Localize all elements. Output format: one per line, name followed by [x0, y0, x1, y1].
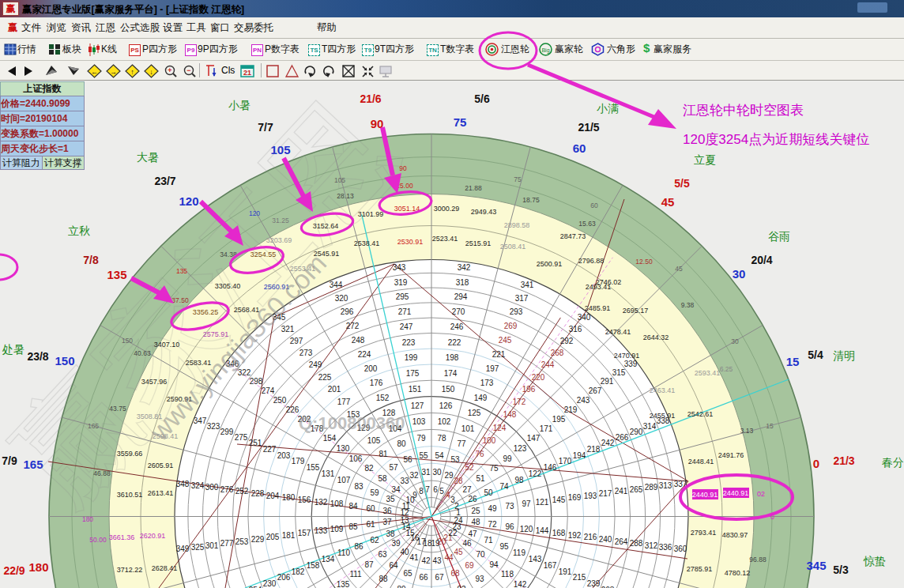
- svg-text:9.38: 9.38: [681, 301, 695, 309]
- svg-text:44: 44: [444, 553, 454, 562]
- svg-text:20/4: 20/4: [751, 254, 772, 266]
- svg-text:342: 342: [458, 263, 471, 272]
- svg-text:216: 216: [584, 533, 597, 541]
- svg-text:127: 127: [411, 401, 424, 410]
- svg-text:246: 246: [450, 322, 464, 331]
- svg-text:181: 181: [282, 531, 296, 540]
- svg-text:15.63: 15.63: [578, 220, 596, 228]
- svg-text:5: 5: [439, 487, 444, 496]
- svg-text:224: 224: [358, 350, 371, 359]
- svg-text:173: 173: [480, 379, 494, 387]
- svg-text:109: 109: [330, 525, 344, 533]
- svg-text:立秋: 立秋: [68, 224, 90, 237]
- svg-text:39: 39: [391, 539, 401, 548]
- svg-text:135: 135: [107, 268, 126, 281]
- svg-text:5/6: 5/6: [474, 92, 490, 105]
- svg-text:343: 343: [393, 263, 406, 272]
- svg-text:45: 45: [661, 195, 675, 209]
- svg-text:93: 93: [475, 575, 484, 583]
- svg-text:60: 60: [573, 141, 586, 155]
- svg-text:21: 21: [243, 69, 251, 77]
- svg-text:251: 251: [249, 439, 262, 447]
- svg-text:292: 292: [560, 337, 574, 345]
- svg-text:170: 170: [559, 457, 572, 466]
- svg-text:225: 225: [318, 373, 332, 382]
- svg-text:248: 248: [352, 336, 365, 345]
- svg-text:108: 108: [330, 499, 344, 508]
- svg-text:289: 289: [645, 483, 658, 492]
- svg-text:84: 84: [348, 502, 358, 511]
- svg-text:37: 37: [382, 518, 392, 526]
- svg-text:269: 269: [504, 322, 518, 330]
- svg-text:250: 250: [273, 396, 287, 405]
- svg-text:48: 48: [471, 518, 480, 526]
- svg-text:340: 340: [578, 313, 591, 322]
- svg-text:193: 193: [584, 492, 597, 500]
- svg-text:12.50: 12.50: [635, 258, 653, 266]
- svg-text:2470.91: 2470.91: [614, 352, 640, 360]
- svg-text:23/8: 23/8: [27, 350, 48, 363]
- svg-text:324: 324: [191, 481, 205, 490]
- svg-text:2448.41: 2448.41: [688, 458, 714, 466]
- svg-text:47: 47: [468, 530, 477, 538]
- svg-text:66: 66: [419, 573, 428, 582]
- svg-text:176: 176: [370, 379, 383, 387]
- svg-text:123: 123: [514, 444, 527, 453]
- svg-text:2620.91: 2620.91: [140, 532, 166, 540]
- svg-text:119: 119: [513, 548, 525, 557]
- svg-text:270: 270: [452, 307, 465, 316]
- svg-text:125: 125: [468, 409, 481, 417]
- svg-text:处暑: 处暑: [2, 343, 24, 356]
- svg-text:82: 82: [364, 464, 374, 473]
- svg-text:298: 298: [250, 377, 263, 386]
- svg-text:337: 337: [674, 480, 687, 488]
- svg-text:192: 192: [568, 531, 582, 540]
- svg-text:288: 288: [630, 539, 643, 548]
- svg-text:45: 45: [454, 548, 463, 556]
- svg-text:3610.51: 3610.51: [117, 491, 143, 499]
- svg-text:169: 169: [568, 493, 582, 502]
- svg-text:22/9: 22/9: [3, 564, 24, 577]
- svg-text:103: 103: [412, 417, 426, 426]
- svg-text:2538.41: 2538.41: [354, 239, 380, 247]
- svg-text:228: 228: [251, 489, 265, 498]
- svg-text:142: 142: [514, 580, 527, 588]
- svg-text:3661.36: 3661.36: [109, 533, 135, 541]
- svg-text:300: 300: [205, 483, 219, 492]
- svg-text:96.88: 96.88: [749, 556, 767, 564]
- svg-text:200: 200: [364, 364, 378, 373]
- svg-text:215: 215: [573, 573, 586, 582]
- svg-text:96: 96: [505, 522, 514, 531]
- svg-text:319: 319: [394, 278, 408, 287]
- svg-text:219: 219: [564, 405, 578, 414]
- svg-text:241: 241: [615, 487, 628, 496]
- svg-text:264: 264: [615, 537, 628, 546]
- svg-text:339: 339: [624, 360, 638, 368]
- svg-text:230: 230: [263, 579, 277, 588]
- svg-text:195: 195: [552, 415, 566, 424]
- svg-text:41: 41: [409, 553, 419, 562]
- svg-text:3: 3: [450, 496, 455, 504]
- svg-text:0: 0: [813, 457, 819, 470]
- svg-text:120: 120: [520, 525, 533, 533]
- svg-text:203: 203: [277, 451, 291, 460]
- svg-text:2593.41: 2593.41: [695, 369, 721, 377]
- svg-text:97: 97: [522, 499, 531, 508]
- svg-text:21/5: 21/5: [578, 121, 599, 134]
- svg-text:301: 301: [205, 541, 219, 550]
- svg-text:144: 144: [536, 526, 549, 535]
- svg-text:320: 320: [335, 294, 348, 303]
- svg-text:54: 54: [435, 451, 444, 460]
- svg-text:102: 102: [438, 417, 451, 426]
- svg-text:72: 72: [488, 520, 497, 529]
- svg-text:244: 244: [541, 360, 555, 369]
- svg-text:249: 249: [309, 360, 322, 369]
- svg-text:177: 177: [337, 398, 351, 406]
- svg-text:36: 36: [382, 507, 392, 515]
- svg-text:2455.91: 2455.91: [650, 412, 676, 420]
- svg-text:348: 348: [176, 480, 190, 488]
- svg-text:30: 30: [432, 468, 442, 477]
- svg-text:156: 156: [298, 496, 311, 504]
- svg-text:179: 179: [292, 457, 305, 466]
- svg-text:28: 28: [454, 477, 463, 485]
